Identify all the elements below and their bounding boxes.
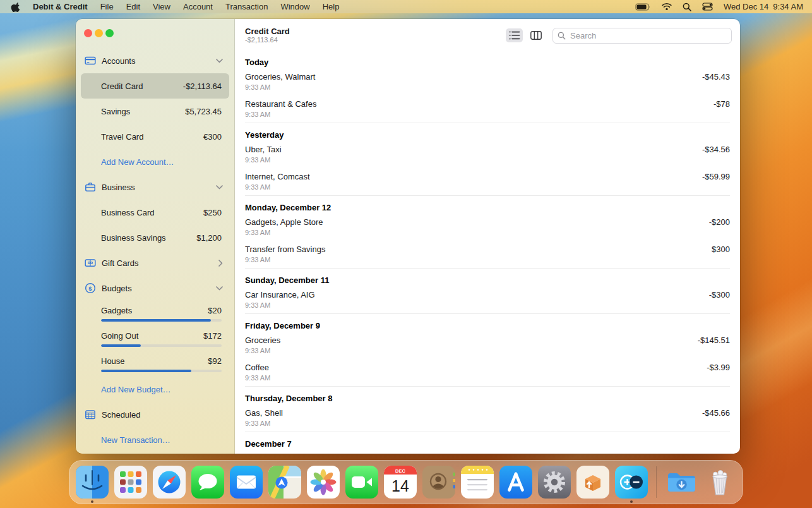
- dock-trash[interactable]: [703, 466, 736, 499]
- minimize-button[interactable]: [95, 29, 103, 37]
- dock-contacts[interactable]: [422, 466, 455, 499]
- menu-item[interactable]: Edit: [120, 2, 146, 11]
- dock-mail[interactable]: [230, 466, 263, 499]
- transaction-row[interactable]: Groceries 9:33 AM -$145.51: [245, 332, 730, 359]
- sidebar-account-business-savings[interactable]: Business Savings $1,200: [81, 225, 229, 250]
- transaction-amount: $300: [712, 245, 730, 254]
- transaction-amount: -$34.56: [702, 145, 730, 154]
- calendar-app-icon: DEC14: [384, 466, 417, 499]
- dock-app-store[interactable]: [499, 466, 532, 499]
- close-button[interactable]: [84, 29, 92, 37]
- transaction-title: Car Insurance, AIG: [245, 290, 315, 299]
- sidebar-section-accounts[interactable]: Accounts: [81, 48, 229, 73]
- wifi-icon[interactable]: [662, 3, 672, 11]
- group-date-header: Sunday, December 11: [245, 274, 730, 286]
- app-window: Accounts Credit Card -$2,113.64 Savings …: [76, 19, 740, 454]
- menu-bar-clock[interactable]: Wed Dec 14 9:34 AM: [724, 2, 804, 11]
- menu-bar-date: Wed Dec 14: [724, 2, 768, 11]
- transaction-amount: -$300: [709, 290, 730, 299]
- transaction-group: Yesterday Uber, Taxi 9:33 AM -$34.56: [245, 123, 730, 195]
- transaction-amount: -$45.66: [702, 408, 730, 418]
- account-balance: $250: [203, 208, 222, 217]
- search-input[interactable]: [569, 30, 727, 41]
- credit-card-icon: [85, 55, 96, 66]
- transaction-row[interactable]: Internet, Comcast 9:33 AM -$59.99: [245, 168, 730, 195]
- budgets-dollar-icon: $: [85, 282, 96, 294]
- budget-remaining: $172: [203, 331, 222, 341]
- dock-facetime[interactable]: [345, 466, 378, 499]
- budget-row-going-out[interactable]: Going Out $172: [81, 326, 229, 351]
- budget-row-house[interactable]: House $92: [81, 351, 229, 377]
- menu-item[interactable]: Transaction: [219, 2, 274, 11]
- dock-messages[interactable]: [191, 466, 224, 499]
- sidebar-account-savings[interactable]: Savings $5,723.45: [81, 99, 229, 124]
- search-field[interactable]: [552, 28, 732, 44]
- column-view-button[interactable]: [527, 28, 544, 42]
- list-view-button[interactable]: [506, 28, 523, 42]
- transaction-time: 9:33 AM: [245, 374, 270, 382]
- transaction-row[interactable]: Car Insurance, AIG 9:33 AM -$300: [245, 286, 730, 313]
- transaction-row[interactable]: Gadgets, Apple Store 9:33 AM -$200: [245, 214, 730, 241]
- dock-launchpad[interactable]: [114, 466, 147, 499]
- dock-maps[interactable]: [268, 466, 301, 499]
- dock-debit-credit[interactable]: [615, 466, 648, 499]
- sidebar-section-gift-cards[interactable]: Gift Cards: [81, 250, 229, 275]
- chevron-down-icon[interactable]: [216, 286, 223, 291]
- dock-calendar[interactable]: DEC14: [384, 466, 417, 499]
- sidebar-account-travel-card[interactable]: Travel Card €300: [81, 124, 229, 149]
- transaction-row[interactable]: Postage, USPS 9:33 AM -$11.99: [245, 450, 730, 454]
- dock-safari[interactable]: [153, 466, 186, 499]
- calendar-icon: [85, 409, 96, 420]
- transaction-time: 9:33 AM: [245, 347, 280, 354]
- chevron-down-icon[interactable]: [216, 59, 223, 63]
- transaction-row[interactable]: Uber, Taxi 9:33 AM -$34.56: [245, 141, 730, 168]
- budget-progress-fill: [101, 370, 191, 372]
- facetime-icon: [345, 466, 378, 499]
- new-transaction-button[interactable]: New Transaction…: [81, 427, 229, 452]
- dock-photos[interactable]: [307, 466, 340, 499]
- active-app-name[interactable]: Debit & Credit: [27, 2, 94, 11]
- dock-downloads-folder[interactable]: [665, 466, 698, 499]
- transaction-amount: -$78: [713, 99, 730, 109]
- running-indicator: [630, 500, 633, 503]
- add-new-budget-button[interactable]: Add New Budget…: [81, 377, 229, 402]
- menu-item[interactable]: View: [146, 2, 177, 11]
- group-date-header: December 7: [245, 437, 730, 450]
- dock-notes[interactable]: [461, 466, 494, 499]
- zoom-button[interactable]: [105, 29, 114, 37]
- chevron-right-icon[interactable]: [218, 260, 223, 267]
- budget-progress-track: [101, 344, 222, 347]
- add-new-account-button[interactable]: Add New Account…: [81, 149, 229, 174]
- transaction-time: 9:33 AM: [245, 83, 315, 91]
- budget-progress-fill: [101, 319, 211, 322]
- maps-icon: [268, 466, 301, 499]
- sidebar-section-budgets[interactable]: $ Budgets: [81, 275, 229, 301]
- control-center-icon[interactable]: [702, 3, 713, 11]
- running-indicator: [91, 500, 93, 503]
- spotlight-search-icon[interactable]: [683, 3, 691, 11]
- dock-package-app[interactable]: [576, 466, 609, 499]
- menu-item[interactable]: Help: [316, 2, 346, 11]
- dock-system-settings[interactable]: [538, 466, 571, 499]
- svg-text:$: $: [88, 285, 92, 292]
- transaction-row[interactable]: Coffee 9:33 AM -$3.99: [245, 359, 730, 386]
- sidebar-section-scheduled[interactable]: Scheduled: [81, 402, 229, 427]
- budget-name: Going Out: [101, 331, 138, 341]
- menu-item[interactable]: Window: [274, 2, 316, 11]
- budget-row-gadgets[interactable]: Gadgets $20: [81, 301, 229, 326]
- sidebar-account-credit-card[interactable]: Credit Card -$2,113.64: [81, 73, 229, 99]
- chevron-down-icon[interactable]: [216, 185, 223, 190]
- transaction-row[interactable]: Restaurant & Cafes 9:33 AM -$78: [245, 95, 730, 123]
- transaction-row[interactable]: Transfer from Savings 9:33 AM $300: [245, 241, 730, 268]
- dock-finder[interactable]: [76, 466, 109, 499]
- transaction-row[interactable]: Groceries, Walmart 9:33 AM -$45.43: [245, 68, 730, 95]
- sidebar-account-business-card[interactable]: Business Card $250: [81, 200, 229, 225]
- sidebar-section-business[interactable]: Business: [81, 174, 229, 200]
- menu-item[interactable]: File: [94, 2, 120, 11]
- apple-menu[interactable]: [8, 2, 27, 12]
- menu-item[interactable]: Account: [177, 2, 219, 11]
- launchpad-icon: [114, 466, 147, 499]
- transaction-row[interactable]: Gas, Shell 9:33 AM -$45.66: [245, 404, 730, 432]
- battery-icon[interactable]: [635, 3, 651, 11]
- column-view-icon: [530, 31, 542, 40]
